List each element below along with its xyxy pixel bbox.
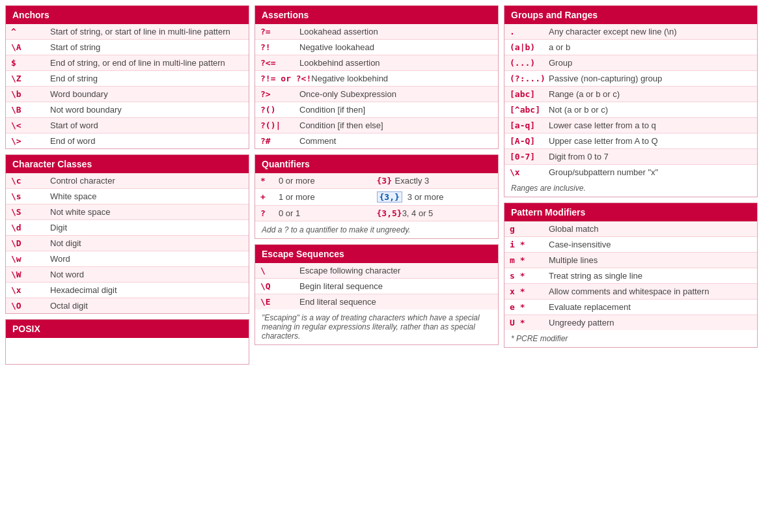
description: Not white space <box>50 207 243 217</box>
description: Case-insensitive <box>549 240 752 249</box>
symbol: ? <box>260 208 279 218</box>
table-row: \QBegin literal sequence <box>255 279 498 294</box>
table-row: e *Evaluate replacement <box>504 300 757 315</box>
symbol: ?> <box>260 89 299 99</box>
quantifiers-body: *0 or more{3}Exactly 3+1 or more{3,}3 or… <box>255 173 498 221</box>
escape-card: Escape Sequences \Escape following chara… <box>255 244 499 345</box>
description: Digit <box>50 223 243 232</box>
description: Negative lookahead <box>299 42 493 52</box>
table-row: \wWord <box>6 251 249 267</box>
description: Word boundary <box>50 89 243 99</box>
symbol: $ <box>11 58 50 68</box>
description: Any character except new line (\n) <box>549 27 752 36</box>
table-row: \xHexadecimal digit <box>6 283 249 298</box>
symbol: \w <box>11 254 50 264</box>
table-row: x *Allow comments and whitespace in patt… <box>504 284 757 300</box>
description: 0 or more <box>279 176 377 186</box>
symbol: {3} <box>377 176 395 186</box>
patternmod-note: * PCRE modifier <box>504 330 757 347</box>
description: Condition [if then else] <box>299 120 493 130</box>
description: Lookbehind assertion <box>299 58 493 68</box>
table-row: ?()Condition [if then] <box>255 102 498 118</box>
posix-body <box>6 338 249 364</box>
description: Begin literal sequence <box>299 281 493 291</box>
symbol: e * <box>510 302 549 312</box>
description: Start of string, or start of line in mul… <box>50 27 243 36</box>
table-row: s *Treat string as single line <box>504 268 757 284</box>
quantifiers-header: Quantifiers <box>255 155 498 173</box>
symbol: * <box>260 176 279 186</box>
table-row: \<Start of word <box>6 118 249 133</box>
charclasses-card: Character Classes \cControl character\sW… <box>5 154 249 314</box>
symbol: ?()| <box>260 120 299 130</box>
symbol: \ <box>260 266 299 275</box>
symbol: \> <box>11 136 50 146</box>
quant-right-cell: {3,5}3, 4 or 5 <box>377 208 493 218</box>
table-row: \Escape following character <box>255 263 498 279</box>
table-row: ?!Negative lookahead <box>255 40 498 55</box>
main-layout: Anchors ^Start of string, or start of li… <box>5 5 754 365</box>
symbol: ?# <box>260 136 299 146</box>
escape-body: \Escape following character\QBegin liter… <box>255 263 498 309</box>
description: Multiple lines <box>549 255 752 265</box>
table-row: \DNot digit <box>6 236 249 251</box>
table-row: ?=Lookahead assertion <box>255 24 498 40</box>
table-row: ?()|Condition [if then else] <box>255 118 498 133</box>
anchors-header: Anchors <box>6 6 249 24</box>
symbol: [0-7] <box>510 152 549 161</box>
description: Word <box>50 254 243 264</box>
anchors-body: ^Start of string, or start of line in mu… <box>6 24 249 148</box>
description: 1 or more <box>279 192 377 202</box>
charclasses-body: \cControl character\sWhite space\SNot wh… <box>6 173 249 313</box>
symbol: \Q <box>260 281 299 291</box>
symbol: {3,} <box>377 191 402 203</box>
assertions-body: ?=Lookahead assertion?!Negative lookahea… <box>255 24 498 148</box>
symbol: [a-q] <box>510 120 549 130</box>
table-row: ?#Comment <box>255 133 498 148</box>
table-row: gGlobal match <box>504 221 757 237</box>
table-row: \BNot word boundary <box>6 102 249 118</box>
quantifiers-card: Quantifiers *0 or more{3}Exactly 3+1 or … <box>255 154 499 239</box>
symbol: + <box>260 192 279 202</box>
description: a or b <box>549 42 752 52</box>
symbol: [abc] <box>510 89 549 99</box>
description: Lower case letter from a to q <box>549 120 752 130</box>
description: End of word <box>50 136 243 146</box>
symbol: s * <box>510 271 549 281</box>
description: Control character <box>50 176 243 186</box>
description: Condition [if then] <box>299 105 493 115</box>
description: Negative lookbehind <box>311 74 493 83</box>
table-row: [a-q]Lower case letter from a to q <box>504 118 757 133</box>
symbol: ?<= <box>260 58 299 68</box>
description: End of string <box>50 74 243 83</box>
table-row: .Any character except new line (\n) <box>504 24 757 40</box>
groupsranges-header: Groups and Ranges <box>504 6 757 24</box>
table-row: \OOctal digit <box>6 298 249 313</box>
description: Once-only Subexpression <box>299 89 493 99</box>
symbol: [^abc] <box>510 105 549 115</box>
description: 3, 4 or 5 <box>402 208 493 218</box>
table-row: $End of string, or end of line in multi-… <box>6 55 249 71</box>
table-row: \EEnd literal sequence <box>255 294 498 309</box>
symbol: \S <box>11 207 50 217</box>
description: Not (a or b or c) <box>549 105 752 115</box>
symbol: m * <box>510 255 549 265</box>
table-row: i *Case-insensitive <box>504 237 757 253</box>
patternmod-header: Pattern Modifiers <box>504 203 757 221</box>
symbol: \x <box>11 285 50 295</box>
table-row: [0-7]Digit from 0 to 7 <box>504 149 757 165</box>
symbol: \b <box>11 89 50 99</box>
quant-left-cell: ?0 or 1 <box>260 208 377 218</box>
symbol: ^ <box>11 27 50 36</box>
symbol: \W <box>11 270 50 279</box>
symbol: \c <box>11 176 50 186</box>
symbol: . <box>510 27 549 36</box>
symbol: \< <box>11 120 50 130</box>
table-row: \xGroup/subpattern number "x" <box>504 165 757 180</box>
symbol: \E <box>260 297 299 307</box>
table-row: ^Start of string, or start of line in mu… <box>6 24 249 40</box>
table-row: [abc]Range (a or b or c) <box>504 87 757 102</box>
symbol: \Z <box>11 74 50 83</box>
assertions-header: Assertions <box>255 6 498 24</box>
symbol: ?= <box>260 27 299 36</box>
